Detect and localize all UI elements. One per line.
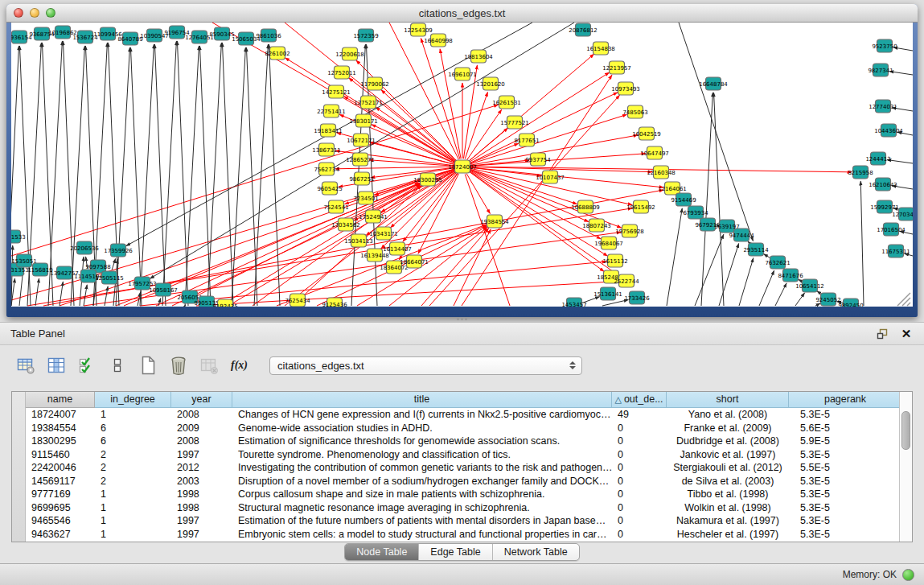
canvas-resize-grip[interactable] [897,293,910,306]
graph-node-label: 13830171 [349,118,378,125]
column-header-year[interactable]: year [171,392,232,408]
column-header-short[interactable]: short [667,392,789,408]
panel-splitter-handle[interactable] [457,318,468,321]
tab-network-table[interactable]: Network Table [492,544,579,560]
table-scrollbar[interactable] [899,392,912,542]
row-header-gutter [12,392,26,542]
function-builder-button[interactable]: f(x) [228,355,250,377]
float-panel-button[interactable] [876,328,889,340]
window-zoom-button[interactable] [46,8,55,18]
table-row[interactable]: 1938455462009Genome-wide association stu… [26,422,899,435]
sort-ascending-icon: △ [614,394,621,404]
table-cell: 2 [95,448,171,462]
table-row[interactable]: 911546021997Tourette syndrome. Phenomeno… [26,448,899,462]
graph-node-label: 12164061 [658,186,687,192]
window-title-bar[interactable]: citations_edges.txt [6,4,918,23]
table-cell: 2009 [171,422,232,435]
tab-node-table[interactable]: Node Table [345,544,418,560]
table-cell: 0 [612,461,667,475]
table-row[interactable]: 946554611997Estimation of the future num… [26,514,899,528]
table-cell: 0 [612,448,667,462]
table-row[interactable]: 977716911998Corpus callosum shape and si… [26,488,899,501]
table-cell: 5.3E-5 [789,488,899,501]
citation-edge-black [775,283,786,306]
network-view-canvas[interactable]: 1936154936875410196862153672411099456864… [11,23,913,307]
table-row[interactable]: 2242004622012Investigating the contribut… [26,461,899,475]
table-settings-button[interactable] [14,355,36,377]
table-cell: Disruption of a novel member of a sodium… [232,475,612,488]
network-window: citations_edges.txt 19361549368754101968… [6,4,918,317]
table-row[interactable]: 946362711997Embryonic stem cells: a mode… [26,528,899,542]
citation-edge-black [185,46,199,306]
memory-ok-indicator-icon[interactable] [902,569,914,581]
citation-edge-red [454,229,491,306]
table-cell: Corpus callosum shape and size in male p… [232,488,612,501]
tab-edge-table[interactable]: Edge Table [418,544,491,560]
table-cell: 1 [95,528,171,542]
table-row[interactable]: 969969511998Structural magnetic resonanc… [26,501,899,515]
new-table-button[interactable] [137,355,158,377]
citation-edge-red [366,171,456,236]
import-table-button[interactable] [198,355,220,377]
citation-edge-black [815,303,820,306]
graph-node-label: 7625434 [285,298,310,304]
table-cell: 0 [612,488,667,501]
table-cell: Dudbridge et al. (2008) [667,435,789,448]
table-cell: 22420046 [26,461,95,475]
table-cell: de Silva et al. (2003) [667,475,789,488]
delete-table-button[interactable] [167,355,189,377]
table-cell: 0 [612,528,667,542]
scrollbar-thumb[interactable] [901,411,910,450]
column-header-title[interactable]: title [232,392,612,408]
row-selection-button[interactable] [76,355,97,377]
graph-node-label: 10647497 [640,150,669,157]
rows-icon [112,356,123,375]
table-row[interactable]: 1872400712008Changes of HCN gene express… [26,408,899,422]
table-cell: 0 [612,435,667,448]
close-panel-button[interactable]: ✕ [900,328,913,340]
graph-node-label: 10343171 [369,231,398,237]
graph-node-label: 12505115 [95,275,124,282]
table-chooser-select[interactable]: citations_edges.txt [269,356,582,375]
graph-node-label: 16261531 [492,100,521,106]
column-header-pagerank[interactable]: pagerank [789,392,899,408]
window-close-button[interactable] [14,8,23,18]
table-chooser-value: citations_edges.txt [277,360,569,372]
table-panel-header: Table Panel ✕ [0,323,924,345]
column-header-out_de[interactable]: △out_de... [612,392,667,408]
graph-node-label: 17016504 [877,227,906,233]
graph-node-label: 18300295 [413,177,442,183]
column-header-name[interactable]: name [26,392,95,408]
table-row[interactable]: 1830029562008Estimation of significance … [26,435,899,448]
citation-edge-red [462,75,612,306]
graph-node-label: 7234501 [353,196,378,202]
table-cell: 2003 [171,475,232,488]
column-visibility-button[interactable] [45,355,67,377]
graph-node-label: 18807243 [582,223,611,229]
graph-node-label: 7632621 [765,260,790,266]
citation-edge-red [156,183,420,306]
window-minimize-button[interactable] [30,8,39,18]
table-cell: 5.9E-5 [789,435,899,448]
graph-node-label: 9861036 [256,33,281,39]
citation-edge-black [130,47,142,306]
graph-node-label: 1244413 [865,156,890,163]
graph-node-label: 20206536 [70,245,99,252]
citation-edge-black [695,234,724,306]
graph-node-label: 13201620 [476,81,505,88]
table-cell: 0 [612,475,667,488]
graph-node-label: 9245052 [815,297,840,303]
table-cell: 19384554 [26,422,95,435]
graph-node-label: 17034562 [331,222,360,229]
table-cell: 9699695 [26,501,95,515]
graph-node-label: 19384554 [480,219,509,225]
row-height-button[interactable] [106,355,128,377]
graph-node-label: 18724007 [448,164,477,171]
table-row[interactable]: 1456911722003Disruption of a novel membe… [26,475,899,488]
table-tabs: Node Table Edge Table Network Table [0,543,924,561]
table-cell: Changes of HCN gene expression and I(f) … [232,408,612,422]
citation-edge-black [860,181,864,306]
column-header-in_degree[interactable]: in_degree [95,392,171,408]
graph-node-label: 12774031 [869,104,897,110]
graph-node-label: 1156819 [27,267,52,274]
